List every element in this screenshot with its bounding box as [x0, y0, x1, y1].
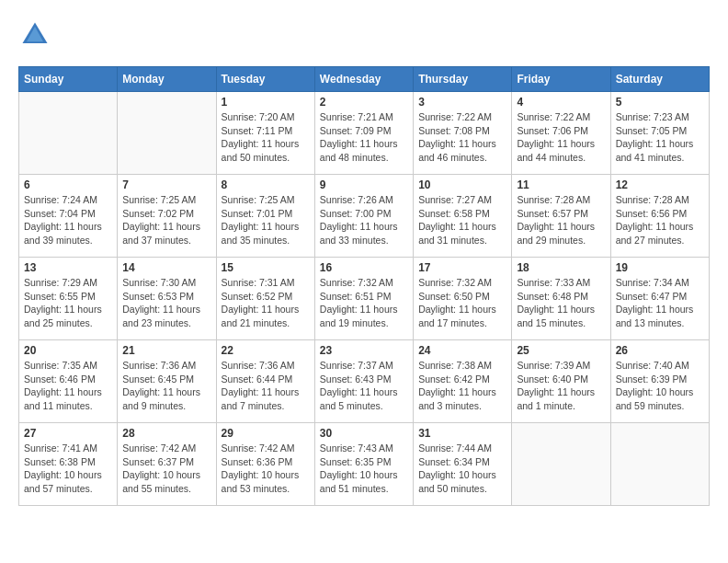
day-cell: 31Sunrise: 7:44 AM Sunset: 6:34 PM Dayli… — [414, 423, 512, 506]
day-number: 3 — [418, 96, 506, 109]
day-cell: 24Sunrise: 7:38 AM Sunset: 6:42 PM Dayli… — [414, 340, 512, 423]
day-info: Sunrise: 7:32 AM Sunset: 6:50 PM Dayligh… — [418, 276, 506, 330]
week-row-5: 27Sunrise: 7:41 AM Sunset: 6:38 PM Dayli… — [19, 423, 710, 506]
day-cell — [118, 92, 216, 175]
weekday-header-wednesday: Wednesday — [314, 67, 413, 92]
day-cell: 9Sunrise: 7:26 AM Sunset: 7:00 PM Daylig… — [314, 175, 413, 258]
day-info: Sunrise: 7:36 AM Sunset: 6:45 PM Dayligh… — [122, 359, 210, 413]
day-info: Sunrise: 7:42 AM Sunset: 6:36 PM Dayligh… — [222, 442, 310, 496]
day-number: 11 — [517, 178, 605, 191]
week-row-4: 20Sunrise: 7:35 AM Sunset: 6:46 PM Dayli… — [19, 340, 710, 423]
day-number: 19 — [616, 261, 704, 274]
day-info: Sunrise: 7:37 AM Sunset: 6:43 PM Dayligh… — [320, 359, 408, 413]
day-number: 29 — [222, 427, 310, 440]
day-info: Sunrise: 7:26 AM Sunset: 7:00 PM Dayligh… — [320, 193, 408, 247]
day-number: 30 — [320, 427, 408, 440]
day-cell: 26Sunrise: 7:40 AM Sunset: 6:39 PM Dayli… — [610, 340, 709, 423]
day-info: Sunrise: 7:30 AM Sunset: 6:53 PM Dayligh… — [122, 276, 210, 330]
weekday-header-saturday: Saturday — [610, 67, 709, 92]
day-cell — [512, 423, 610, 506]
day-number: 9 — [320, 178, 408, 191]
weekday-header-thursday: Thursday — [414, 67, 512, 92]
day-cell: 10Sunrise: 7:27 AM Sunset: 6:58 PM Dayli… — [414, 175, 512, 258]
day-cell: 3Sunrise: 7:22 AM Sunset: 7:08 PM Daylig… — [414, 92, 512, 175]
day-cell: 15Sunrise: 7:31 AM Sunset: 6:52 PM Dayli… — [216, 258, 314, 340]
weekday-header-row: SundayMondayTuesdayWednesdayThursdayFrid… — [19, 67, 710, 92]
day-cell: 18Sunrise: 7:33 AM Sunset: 6:48 PM Dayli… — [512, 258, 610, 340]
day-info: Sunrise: 7:35 AM Sunset: 6:46 PM Dayligh… — [24, 359, 112, 413]
day-number: 5 — [616, 96, 704, 109]
day-cell: 27Sunrise: 7:41 AM Sunset: 6:38 PM Dayli… — [19, 423, 118, 506]
day-number: 6 — [24, 178, 112, 191]
day-number: 1 — [222, 96, 310, 109]
day-cell: 19Sunrise: 7:34 AM Sunset: 6:47 PM Dayli… — [610, 258, 709, 340]
day-info: Sunrise: 7:24 AM Sunset: 7:04 PM Dayligh… — [24, 193, 112, 247]
day-info: Sunrise: 7:22 AM Sunset: 7:08 PM Dayligh… — [418, 110, 506, 165]
day-cell: 4Sunrise: 7:22 AM Sunset: 7:06 PM Daylig… — [512, 92, 610, 175]
day-info: Sunrise: 7:28 AM Sunset: 6:56 PM Dayligh… — [616, 193, 704, 247]
day-cell: 28Sunrise: 7:42 AM Sunset: 6:37 PM Dayli… — [118, 423, 216, 506]
day-info: Sunrise: 7:25 AM Sunset: 7:01 PM Dayligh… — [222, 193, 310, 247]
day-info: Sunrise: 7:43 AM Sunset: 6:35 PM Dayligh… — [320, 442, 408, 496]
day-number: 18 — [517, 261, 605, 274]
day-number: 14 — [122, 261, 210, 274]
day-info: Sunrise: 7:44 AM Sunset: 6:34 PM Dayligh… — [418, 442, 506, 496]
day-cell: 29Sunrise: 7:42 AM Sunset: 6:36 PM Dayli… — [216, 423, 314, 506]
day-cell: 7Sunrise: 7:25 AM Sunset: 7:02 PM Daylig… — [118, 175, 216, 258]
day-number: 25 — [517, 344, 605, 357]
page-header — [18, 18, 710, 52]
day-number: 31 — [418, 427, 506, 440]
weekday-header-tuesday: Tuesday — [216, 67, 314, 92]
day-cell — [610, 423, 709, 506]
day-number: 15 — [222, 261, 310, 274]
day-info: Sunrise: 7:33 AM Sunset: 6:48 PM Dayligh… — [517, 276, 605, 330]
week-row-1: 1Sunrise: 7:20 AM Sunset: 7:11 PM Daylig… — [19, 92, 710, 175]
day-number: 27 — [24, 427, 112, 440]
day-number: 7 — [122, 178, 210, 191]
day-info: Sunrise: 7:23 AM Sunset: 7:05 PM Dayligh… — [616, 110, 704, 165]
day-cell: 21Sunrise: 7:36 AM Sunset: 6:45 PM Dayli… — [118, 340, 216, 423]
logo-icon — [18, 18, 51, 52]
calendar: SundayMondayTuesdayWednesdayThursdayFrid… — [18, 66, 710, 506]
day-cell: 17Sunrise: 7:32 AM Sunset: 6:50 PM Dayli… — [414, 258, 512, 340]
day-cell: 14Sunrise: 7:30 AM Sunset: 6:53 PM Dayli… — [118, 258, 216, 340]
day-number: 2 — [320, 96, 408, 109]
day-info: Sunrise: 7:31 AM Sunset: 6:52 PM Dayligh… — [222, 276, 310, 330]
day-info: Sunrise: 7:32 AM Sunset: 6:51 PM Dayligh… — [320, 276, 408, 330]
day-number: 22 — [222, 344, 310, 357]
day-info: Sunrise: 7:38 AM Sunset: 6:42 PM Dayligh… — [418, 359, 506, 413]
day-info: Sunrise: 7:40 AM Sunset: 6:39 PM Dayligh… — [616, 359, 704, 413]
day-info: Sunrise: 7:34 AM Sunset: 6:47 PM Dayligh… — [616, 276, 704, 330]
day-info: Sunrise: 7:29 AM Sunset: 6:55 PM Dayligh… — [24, 276, 112, 330]
day-cell: 1Sunrise: 7:20 AM Sunset: 7:11 PM Daylig… — [216, 92, 314, 175]
day-number: 4 — [517, 96, 605, 109]
day-info: Sunrise: 7:21 AM Sunset: 7:09 PM Dayligh… — [320, 110, 408, 165]
day-cell: 30Sunrise: 7:43 AM Sunset: 6:35 PM Dayli… — [314, 423, 413, 506]
day-cell: 6Sunrise: 7:24 AM Sunset: 7:04 PM Daylig… — [19, 175, 118, 258]
day-number: 12 — [616, 178, 704, 191]
day-number: 17 — [418, 261, 506, 274]
day-cell: 22Sunrise: 7:36 AM Sunset: 6:44 PM Dayli… — [216, 340, 314, 423]
day-cell — [19, 92, 118, 175]
day-info: Sunrise: 7:20 AM Sunset: 7:11 PM Dayligh… — [222, 110, 310, 165]
weekday-header-sunday: Sunday — [19, 67, 118, 92]
day-cell: 23Sunrise: 7:37 AM Sunset: 6:43 PM Dayli… — [314, 340, 413, 423]
day-info: Sunrise: 7:41 AM Sunset: 6:38 PM Dayligh… — [24, 442, 112, 496]
day-cell: 8Sunrise: 7:25 AM Sunset: 7:01 PM Daylig… — [216, 175, 314, 258]
day-info: Sunrise: 7:42 AM Sunset: 6:37 PM Dayligh… — [122, 442, 210, 496]
day-number: 10 — [418, 178, 506, 191]
day-cell: 5Sunrise: 7:23 AM Sunset: 7:05 PM Daylig… — [610, 92, 709, 175]
day-number: 24 — [418, 344, 506, 357]
day-info: Sunrise: 7:22 AM Sunset: 7:06 PM Dayligh… — [517, 110, 605, 165]
day-number: 28 — [122, 427, 210, 440]
day-info: Sunrise: 7:36 AM Sunset: 6:44 PM Dayligh… — [222, 359, 310, 413]
day-number: 26 — [616, 344, 704, 357]
day-number: 8 — [222, 178, 310, 191]
day-number: 16 — [320, 261, 408, 274]
day-info: Sunrise: 7:25 AM Sunset: 7:02 PM Dayligh… — [122, 193, 210, 247]
day-cell: 16Sunrise: 7:32 AM Sunset: 6:51 PM Dayli… — [314, 258, 413, 340]
week-row-3: 13Sunrise: 7:29 AM Sunset: 6:55 PM Dayli… — [19, 258, 710, 340]
day-cell: 13Sunrise: 7:29 AM Sunset: 6:55 PM Dayli… — [19, 258, 118, 340]
day-cell: 11Sunrise: 7:28 AM Sunset: 6:57 PM Dayli… — [512, 175, 610, 258]
weekday-header-friday: Friday — [512, 67, 610, 92]
